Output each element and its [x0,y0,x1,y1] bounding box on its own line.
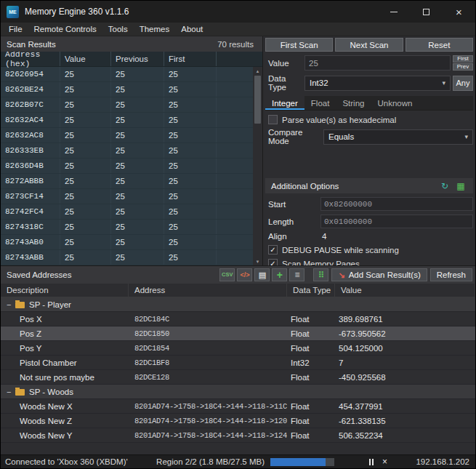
data-type-select[interactable]: Int32 ▾ [304,76,451,91]
description-cell: Not sure pos maybe [1,373,129,382]
scan-result-row[interactable]: 82742FC4252525 [1,204,262,220]
saved-addresses-panel: Saved Addresses CSV</>▤+≡⠿ ↘ Add Scan Re… [1,265,475,454]
close-button[interactable]: × [443,1,475,23]
menu-file[interactable]: File [3,25,28,33]
scan-cell-previous: 25 [111,128,164,143]
saved-address-row[interactable]: Not sure pos maybe82DCE128Float-450.9255… [1,370,475,385]
scan-result-row[interactable]: 826333EB252525 [1,143,262,159]
scan-result-row[interactable]: 82743ABB252525 [1,250,262,265]
value-cell: -673.950562 [335,329,475,338]
scan-pages-checkbox[interactable]: ✓ Scan Memory Pages [265,259,473,265]
scroll-down-icon[interactable]: ▼ [256,257,260,265]
tab-float[interactable]: Float [304,96,336,110]
scan-column-header[interactable]: First [164,52,217,66]
add-scan-results-button[interactable]: ↘ Add Scan Result(s) [331,268,427,281]
saved-address-row[interactable]: Woods New Z8201AD74->1758->18C4->144->11… [1,414,475,428]
description-cell: Pistol Chamber [1,358,129,367]
scan-result-row[interactable]: 8262BE24252525 [1,82,262,97]
save-icon[interactable]: ▤ [254,268,270,281]
scan-cell-first: 25 [164,174,217,188]
first-value-button[interactable]: First [453,55,473,63]
saved-group-row[interactable]: −SP - Woods [1,385,475,399]
scan-column-header[interactable]: Previous [111,52,164,66]
compare-mode-select[interactable]: Equals ▾ [323,129,473,145]
scan-result-row[interactable]: 82636D4B252525 [1,159,262,174]
saved-address-row[interactable]: Pos Z82DC1850Float-673.950562 [1,326,475,341]
saved-column-header[interactable]: Data Type [287,284,335,297]
tab-unknown[interactable]: Unknown [371,96,419,110]
parse-hex-checkbox[interactable]: Parse value(s) as hexadecimal [265,115,473,124]
saved-column-header[interactable]: Address [129,284,287,297]
edit-list-icon[interactable]: ≡ [289,268,304,281]
memory-pages-icon[interactable]: ⠿ [313,268,328,281]
checkbox-icon: ✓ [268,259,278,265]
any-button[interactable]: Any [453,76,473,91]
saved-toolbar: CSV</>▤+≡⠿ ↘ Add Scan Result(s) Refresh [217,268,472,281]
value-cell: 504.125000 [335,344,475,353]
scan-result-row[interactable]: 82632AC4252525 [1,113,262,128]
saved-group-row[interactable]: −SP - Player [1,297,475,312]
scan-column-header[interactable]: Value [60,52,111,66]
refresh-icon[interactable]: ↻ [438,180,451,192]
add-scan-results-label: Add Scan Result(s) [349,270,421,279]
scan-cell-value: 25 [60,250,111,265]
first-scan-button[interactable]: First Scan [265,38,333,52]
scan-cell-first: 25 [164,67,217,81]
cancel-icon[interactable]: × [382,457,387,467]
scan-results-scrollbar[interactable]: ▲ ▼ [253,67,262,265]
scan-result-row[interactable]: 8273CF14252525 [1,189,262,204]
saved-column-header[interactable]: Description [1,284,129,297]
scan-cell-address: 82743ABB [1,250,60,265]
debug-pause-checkbox[interactable]: ✓ DEBUG PAUSE while scanning [265,245,473,254]
scroll-up-icon[interactable]: ▲ [256,67,260,75]
scan-cell-previous: 25 [111,189,164,204]
scan-cell-first: 25 [164,128,217,143]
scan-column-header[interactable]: Address (hex) [1,52,60,66]
scan-cell-first: 25 [164,220,217,234]
scan-result-row[interactable]: 8274318C252525 [1,220,262,235]
start-row: Start 0x82600000 [265,197,473,211]
length-input[interactable]: 0x01000000 [320,215,473,228]
collapse-icon[interactable]: − [7,388,14,396]
saved-address-row[interactable]: Woods New Y8201AD74->1758->18C4->144->11… [1,428,475,443]
saved-address-row[interactable]: Woods New X8201AD74->1758->18C4->144->11… [1,399,475,414]
start-input[interactable]: 0x82600000 [320,197,473,211]
value-input[interactable]: 25 [304,55,451,71]
tab-integer[interactable]: Integer [265,96,304,110]
saved-column-header[interactable]: Value [335,284,475,297]
scan-result-row[interactable]: 8262B07C252525 [1,97,262,113]
saved-address-row[interactable]: Pos X82DC184CFloat389.698761 [1,312,475,326]
scan-result-row[interactable]: 82632AC8252525 [1,128,262,143]
memory-grid-icon[interactable]: ▦ [454,180,467,192]
window-title: Memory Engine 360 v1.1.6 [25,7,129,17]
menu-themes[interactable]: Themes [134,25,176,33]
maximize-button[interactable] [410,1,443,23]
scan-result-row[interactable]: 82743AB0252525 [1,235,262,250]
xml-code-icon[interactable]: </> [237,268,252,281]
saved-address-row[interactable]: Pistol Chamber82DC1BF8Int327 [1,356,475,370]
value-cell: 389.698761 [335,315,475,324]
scrollbar-thumb[interactable] [254,76,261,124]
add-icon[interactable]: + [272,268,287,281]
menu-tools[interactable]: Tools [102,25,134,33]
menu-remote-controls[interactable]: Remote Controls [28,25,102,33]
title-bar: ME Memory Engine 360 v1.1.6 × [1,1,475,23]
scan-cell-previous: 25 [111,67,164,81]
scan-result-row[interactable]: 82626954252525 [1,67,262,82]
minimize-button[interactable] [377,1,410,23]
reset-button[interactable]: Reset [406,38,473,52]
tab-string[interactable]: String [336,96,371,110]
menu-about[interactable]: About [175,25,209,33]
collapse-icon[interactable]: − [7,300,14,309]
refresh-button[interactable]: Refresh [430,268,472,281]
address-cell: 82DC1BF8 [129,358,287,367]
address-cell: 82DC184C [129,315,287,324]
scan-result-row[interactable]: 8272ABBB252525 [1,174,262,189]
datatype-cell: Float [287,373,335,382]
prev-value-button[interactable]: Prev [453,63,473,71]
csv-export-icon[interactable]: CSV [219,268,235,281]
next-scan-button[interactable]: Next Scan [335,38,403,52]
datatype-cell: Float [287,315,335,324]
saved-address-row[interactable]: Pos Y82DC1854Float504.125000 [1,341,475,356]
pause-icon[interactable] [369,459,374,465]
